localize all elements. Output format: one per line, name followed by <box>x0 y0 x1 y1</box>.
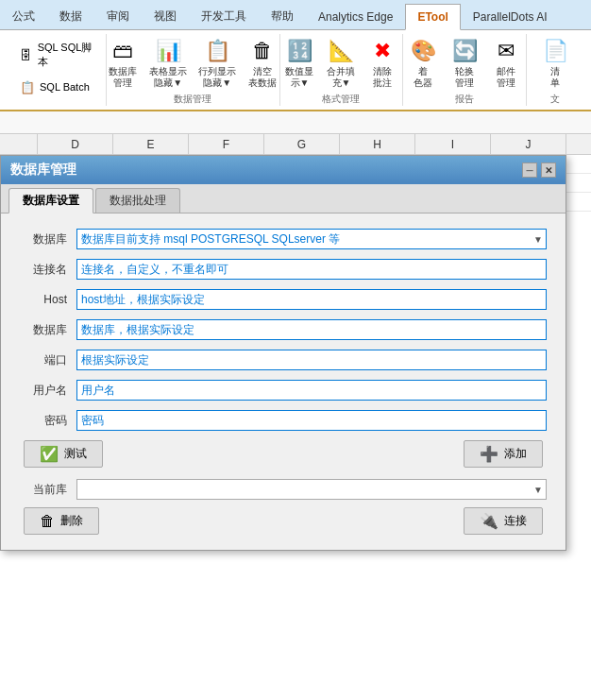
table-show-label: 表格显示隐藏▼ <box>149 66 187 89</box>
current-db-select-wrapper <box>76 479 547 500</box>
test-add-row: ✅ 测试 ➕ 添加 <box>20 440 547 468</box>
database-select-wrapper: 数据库目前支持 msql POSTGRESQL SQLserver 等 <box>76 229 547 249</box>
col-I[interactable]: I <box>415 134 491 154</box>
connect-label: 连接 <box>504 513 527 529</box>
dbname-input[interactable] <box>76 319 547 340</box>
merge-fill-label: 合并填充▼ <box>327 66 355 89</box>
sql-batch-icon: 📋 <box>19 78 36 95</box>
form-row-database: 数据库 数据库目前支持 msql POSTGRESQL SQLserver 等 <box>20 229 547 249</box>
tab-shuju[interactable]: 数据 <box>47 3 94 29</box>
current-db-select[interactable] <box>76 479 547 500</box>
col-E[interactable]: E <box>113 134 189 154</box>
tab-shitu[interactable]: 视图 <box>142 3 189 29</box>
tab-shenyue[interactable]: 审阅 <box>94 3 142 29</box>
current-db-label: 当前库 <box>20 482 76 498</box>
doc-button[interactable]: 📄 清单 <box>536 34 574 91</box>
delete-label: 删除 <box>60 513 83 529</box>
dialog-db-management: 数据库管理 ─ ✕ 数据库设置 数据批处理 数据库 数据库目前支持 m <box>0 155 566 551</box>
wen-label: 文 <box>550 93 560 106</box>
dialog-title: 数据库管理 <box>10 162 76 179</box>
dialog-minimize-button[interactable]: ─ <box>522 162 537 178</box>
sql-script-icon: 🗄 <box>19 46 34 63</box>
dialog-close-button[interactable]: ✕ <box>541 162 556 178</box>
delete-button[interactable]: 🗑 删除 <box>24 507 99 535</box>
form-label-connection: 连接名 <box>20 262 76 278</box>
rowcol-show-icon: 📋 <box>202 36 232 66</box>
username-input[interactable] <box>76 380 547 401</box>
email-manage-label: 邮件管理 <box>497 66 515 89</box>
sql-script-button[interactable]: 🗄 SQL SQL脚本 <box>15 39 98 71</box>
password-input[interactable] <box>76 410 547 431</box>
merge-fill-button[interactable]: 📐 合并填充▼ <box>322 34 360 91</box>
dialog-tab-db-settings[interactable]: 数据库设置 <box>8 188 93 213</box>
test-button[interactable]: ✅ 测试 <box>24 440 103 468</box>
dialog-title-controls: ─ ✕ <box>522 162 556 178</box>
dialog-tab-batch[interactable]: 数据批处理 <box>95 188 180 213</box>
tab-etool[interactable]: ETool <box>405 4 460 30</box>
tab-kaifagongju[interactable]: 开发工具 <box>189 3 259 29</box>
group-wen: 📄 清单 文 <box>527 34 583 106</box>
num-display-button[interactable]: 🔢 数值显示▼ <box>280 34 318 91</box>
test-icon: ✅ <box>40 445 59 463</box>
color-label: 着色器 <box>414 66 432 89</box>
sheet-area: 1 2 3 数据库管理 ─ ✕ 数据库设置 数据批处理 <box>0 155 591 700</box>
host-input[interactable] <box>76 289 547 310</box>
color-button[interactable]: 🎨 着色器 <box>404 34 442 91</box>
sql-batch-label: SQL Batch <box>40 81 90 93</box>
rowcol-show-button[interactable]: 📋 行列显示隐藏▼ <box>194 34 240 91</box>
report-label: 报告 <box>455 93 474 106</box>
col-header-row: D E F G H I J K L <box>0 134 591 155</box>
col-H[interactable]: H <box>340 134 415 154</box>
tab-paralleldots[interactable]: ParallelDots AI <box>461 3 560 29</box>
table-show-button[interactable]: 📊 表格显示隐藏▼ <box>145 34 191 91</box>
form-row-host: Host <box>20 289 547 310</box>
form-row-port: 端口 <box>20 350 547 370</box>
form-label-username: 用户名 <box>20 383 76 399</box>
delete-connect-row: 🗑 删除 🔌 连接 <box>20 507 547 535</box>
test-label: 测试 <box>64 446 87 462</box>
col-J[interactable]: J <box>491 134 566 154</box>
add-button[interactable]: ➕ 添加 <box>464 440 543 468</box>
form-label-database: 数据库 <box>20 231 76 248</box>
sql-group: 🗄 SQL SQL脚本 📋 SQL Batch <box>8 34 107 106</box>
clear-table-button[interactable]: 🗑 清空表数据 <box>244 34 281 91</box>
email-manage-button[interactable]: ✉ 邮件管理 <box>487 34 525 91</box>
dialog-tabs: 数据库设置 数据批处理 <box>1 184 566 213</box>
clear-comment-button[interactable]: ✖ 清除批注 <box>363 34 401 91</box>
group-data-management: 🗃 数据库管理 📊 表格显示隐藏▼ 📋 行列显示隐藏▼ 🗑 清空表数据 数据管理 <box>107 34 280 106</box>
col-F[interactable]: F <box>189 134 264 154</box>
database-select[interactable]: 数据库目前支持 msql POSTGRESQL SQLserver 等 <box>76 229 547 249</box>
rotate-manage-icon: 🔄 <box>449 36 480 66</box>
connection-name-input[interactable] <box>76 259 547 280</box>
form-label-port: 端口 <box>20 352 76 368</box>
main-layout: 公式 数据 审阅 视图 开发工具 帮助 Analytics Edge ETool… <box>0 0 591 700</box>
connect-icon: 🔌 <box>480 512 498 530</box>
sql-script-label: SQL SQL脚本 <box>38 41 94 69</box>
col-D[interactable]: D <box>38 134 113 154</box>
form-row-connection-name: 连接名 <box>20 259 547 280</box>
current-db-row: 当前库 <box>20 479 547 500</box>
doc-icon: 📄 <box>540 36 570 66</box>
form-row-username: 用户名 <box>20 380 547 401</box>
port-input[interactable] <box>76 350 547 370</box>
dialog-body: 数据库 数据库目前支持 msql POSTGRESQL SQLserver 等 … <box>1 213 566 550</box>
col-G[interactable]: G <box>264 134 340 154</box>
dialog-titlebar: 数据库管理 ─ ✕ <box>1 156 566 184</box>
tab-bangzhu[interactable]: 帮助 <box>259 3 306 29</box>
connect-button[interactable]: 🔌 连接 <box>464 507 543 535</box>
table-show-icon: 📊 <box>153 36 183 66</box>
form-label-password: 密码 <box>20 413 76 429</box>
col-K[interactable]: K <box>566 134 591 154</box>
merge-fill-icon: 📐 <box>326 36 356 66</box>
rotate-manage-label: 轮换管理 <box>455 66 474 89</box>
form-label-host: Host <box>20 293 76 306</box>
tab-analytics-edge[interactable]: Analytics Edge <box>306 3 405 29</box>
add-label: 添加 <box>504 446 527 462</box>
doc-label: 清单 <box>550 66 560 89</box>
db-manage-button[interactable]: 🗃 数据库管理 <box>104 34 142 91</box>
tab-gongshi[interactable]: 公式 <box>0 3 47 29</box>
ribbon-content: 🗄 SQL SQL脚本 📋 SQL Batch 🗃 数据库管理 📊 表格显示隐藏… <box>0 30 591 111</box>
sql-batch-button[interactable]: 📋 SQL Batch <box>15 77 98 97</box>
formula-bar <box>0 111 591 134</box>
rotate-manage-button[interactable]: 🔄 轮换管理 <box>446 34 483 91</box>
